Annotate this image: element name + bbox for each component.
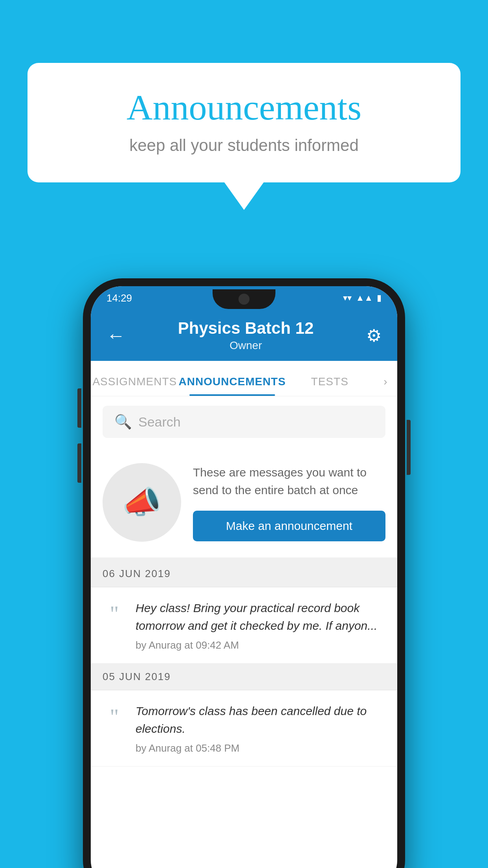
tabs-more[interactable]: › bbox=[374, 375, 397, 396]
megaphone-icon: 📣 bbox=[122, 484, 161, 521]
user-role: Owner bbox=[125, 339, 366, 352]
quote-icon-1: " bbox=[103, 603, 126, 625]
settings-button[interactable]: ⚙ bbox=[366, 326, 382, 346]
date-separator-2: 05 JUN 2019 bbox=[91, 664, 397, 690]
promo-description: These are messages you want to send to t… bbox=[193, 463, 385, 499]
announcement-item-2: " Tomorrow's class has been cancelled du… bbox=[91, 690, 397, 767]
announcement-item-1: " Hey class! Bring your practical record… bbox=[91, 587, 397, 664]
batch-title: Physics Batch 12 bbox=[125, 319, 366, 338]
power-button[interactable] bbox=[407, 420, 411, 475]
promo-right: These are messages you want to send to t… bbox=[193, 463, 385, 541]
speech-bubble-title: Announcements bbox=[59, 86, 429, 128]
search-input[interactable]: Search bbox=[138, 414, 181, 430]
speech-bubble-container: Announcements keep all your students inf… bbox=[28, 63, 460, 210]
phone-screen: 14:29 ▾▾ ▲▲ ▮ ← Physics Batch 12 Owner ⚙ bbox=[91, 286, 397, 868]
app-bar-title: Physics Batch 12 Owner bbox=[125, 319, 366, 352]
tab-announcements[interactable]: ANNOUNCEMENTS bbox=[179, 375, 286, 396]
status-icons: ▾▾ ▲▲ ▮ bbox=[343, 293, 382, 303]
announcement-author-1: by Anurag at 09:42 AM bbox=[136, 639, 385, 651]
battery-icon: ▮ bbox=[377, 293, 382, 303]
promo-icon-circle: 📣 bbox=[103, 463, 181, 542]
search-icon: 🔍 bbox=[114, 414, 132, 430]
announcement-content-1: Hey class! Bring your practical record b… bbox=[136, 599, 385, 651]
search-container: 🔍 Search bbox=[91, 396, 397, 447]
wifi-icon: ▾▾ bbox=[343, 293, 352, 303]
search-box[interactable]: 🔍 Search bbox=[103, 406, 385, 438]
app-bar: ← Physics Batch 12 Owner ⚙ bbox=[91, 310, 397, 361]
quote-icon-2: " bbox=[103, 706, 126, 728]
make-announcement-button[interactable]: Make an announcement bbox=[193, 511, 385, 541]
phone-outer: 14:29 ▾▾ ▲▲ ▮ ← Physics Batch 12 Owner ⚙ bbox=[83, 278, 405, 868]
speech-bubble-subtitle: keep all your students informed bbox=[59, 136, 429, 155]
front-camera bbox=[238, 294, 250, 305]
announcement-content-2: Tomorrow's class has been cancelled due … bbox=[136, 702, 385, 754]
promo-section: 📣 These are messages you want to send to… bbox=[91, 447, 397, 561]
tabs-bar: ASSIGNMENTS ANNOUNCEMENTS TESTS › bbox=[91, 361, 397, 396]
phone-notch bbox=[213, 289, 275, 309]
tab-assignments[interactable]: ASSIGNMENTS bbox=[91, 375, 179, 396]
speech-bubble: Announcements keep all your students inf… bbox=[28, 63, 460, 182]
speech-bubble-arrow bbox=[224, 182, 264, 210]
status-time: 14:29 bbox=[106, 292, 132, 304]
date-separator-1: 06 JUN 2019 bbox=[91, 561, 397, 587]
tab-tests[interactable]: TESTS bbox=[286, 375, 374, 396]
phone-container: 14:29 ▾▾ ▲▲ ▮ ← Physics Batch 12 Owner ⚙ bbox=[83, 278, 405, 868]
signal-icon: ▲▲ bbox=[356, 293, 373, 303]
back-button[interactable]: ← bbox=[106, 325, 125, 346]
announcement-text-1: Hey class! Bring your practical record b… bbox=[136, 599, 385, 634]
volume-up-button[interactable] bbox=[77, 388, 81, 428]
volume-down-button[interactable] bbox=[77, 443, 81, 483]
announcement-text-2: Tomorrow's class has been cancelled due … bbox=[136, 702, 385, 737]
announcement-author-2: by Anurag at 05:48 PM bbox=[136, 742, 385, 754]
